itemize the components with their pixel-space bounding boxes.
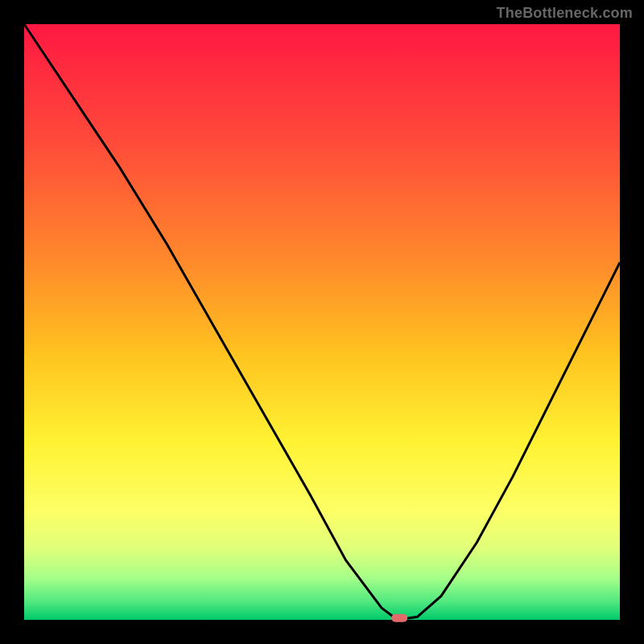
bottleneck-chart	[0, 0, 644, 644]
optimal-marker	[391, 614, 407, 622]
watermark-text: TheBottleneck.com	[497, 5, 633, 22]
chart-container: TheBottleneck.com	[0, 0, 644, 644]
plot-background	[24, 24, 620, 620]
